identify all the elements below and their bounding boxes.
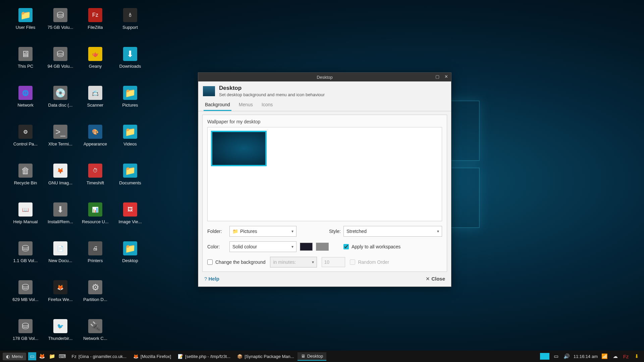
desktop-icon-network[interactable]: 🌐Network (8, 84, 43, 123)
apply-all-checkbox-input[interactable] (343, 244, 349, 249)
style-value: Stretched (346, 229, 367, 234)
desktop-icon-1-1-gb-vol-[interactable]: ⛁1.1 GB Vol... (8, 240, 43, 279)
apply-all-label: Apply to all workspaces (352, 244, 400, 249)
desktop-icon-install-rem-[interactable]: ⬇Install/Rem... (43, 201, 78, 240)
random-order-checkbox: Random Order (350, 259, 389, 265)
dialog-tabs: Background Menus Icons (198, 100, 451, 111)
desktop-icon-new-docu-[interactable]: 📄New Docu... (43, 240, 78, 279)
color-value: Solid colour (232, 244, 257, 249)
close-button[interactable]: ✕ Close (426, 276, 445, 282)
desktop-icon-this-pc[interactable]: 🖥This PC (8, 46, 43, 84)
color-swatch-primary[interactable] (300, 243, 313, 251)
tray-network-icon[interactable]: 📶 (600, 352, 608, 360)
help-button[interactable]: ? Help (204, 276, 219, 282)
taskbar-task[interactable]: 📝[setlite.php - /tmp/fz3t... (174, 352, 234, 361)
desktop-settings-dialog: Desktop ▢ ✕ Desktop Set desktop backgrou… (198, 72, 451, 287)
dialog-titlebar[interactable]: Desktop ▢ ✕ (198, 73, 451, 81)
dialog-subtitle: Set desktop background and menu and icon… (219, 92, 325, 97)
dialog-header: Desktop Set desktop background and menu … (198, 81, 451, 100)
desktop-icon-videos[interactable]: 📁Videos (113, 123, 148, 162)
desktop-icon-xfce-termi-[interactable]: >_Xfce Termi... (43, 123, 78, 162)
desktop-icon-partition-d-[interactable]: ⚙Partition D... (78, 279, 113, 318)
tray-display-icon[interactable]: ▭ (552, 352, 560, 360)
apply-all-workspaces-checkbox[interactable]: Apply to all workspaces (343, 244, 442, 249)
tray-cloud-icon[interactable]: ☁ (611, 352, 619, 360)
show-desktop-button[interactable]: ▭ (28, 352, 36, 360)
desktop-icon-image-vie-[interactable]: 🖼Image Vie... (113, 201, 148, 240)
style-label: Style: (317, 229, 343, 234)
folder-icon: 📁 (232, 229, 238, 234)
desktop-icon-94-gb-volu-[interactable]: ⛁94 GB Volu... (43, 46, 78, 84)
taskbar-task[interactable]: 🦊[Mozilla Firefox] (130, 352, 174, 361)
change-bg-label: Change the background (215, 259, 265, 265)
menu-label: Menu (12, 354, 23, 359)
change-background-checkbox[interactable]: Change the background (207, 259, 265, 265)
desktop-icon-scanner[interactable]: 📇Scanner (78, 84, 113, 123)
taskbar-task[interactable]: Fz[Gina - ginamiller.co.uk... (68, 352, 130, 361)
desktop-icon-control-pa-[interactable]: ⚙Control Pa... (8, 123, 43, 162)
desktop-icon-user-files[interactable]: 📁User Files (8, 7, 43, 46)
folder-label: Folder: (207, 229, 229, 234)
desktop-icon-downloads[interactable]: ⬇Downloads (113, 46, 148, 84)
folder-combo[interactable]: 📁 Pictures (229, 226, 297, 237)
change-bg-checkbox-input[interactable] (207, 259, 213, 265)
help-label: Help (209, 276, 220, 282)
taskbar-task[interactable]: 🖥Desktop (298, 352, 327, 361)
desktop-icon-resource-u-[interactable]: 📊Resource U... (78, 201, 113, 240)
color-mode-combo[interactable]: Solid colour (229, 241, 297, 252)
wallpaper-list[interactable] (207, 127, 442, 221)
close-icon: ✕ (426, 276, 430, 282)
terminal-launcher[interactable]: ⌨ (58, 352, 66, 360)
menu-icon: ◐ (6, 354, 10, 359)
menu-button[interactable]: ◐ Menu (3, 353, 26, 360)
help-icon: ? (204, 276, 207, 282)
desktop-icon-desktop[interactable]: 📁Desktop (113, 240, 148, 279)
desktop-icon-gnu-imag-[interactable]: 🦊GNU Imag... (43, 162, 78, 201)
tab-background[interactable]: Background (204, 100, 231, 111)
interval-unit-combo: in minutes: (270, 257, 317, 267)
color-swatch-secondary[interactable] (316, 243, 329, 251)
desktop-icon-timeshift[interactable]: ⏱Timeshift (78, 162, 113, 201)
interval-unit-value: in minutes: (273, 259, 296, 265)
desktop-icon-geany[interactable]: 🫖Geany (78, 46, 113, 84)
firefox-launcher[interactable]: 🦊 (38, 352, 46, 360)
desktop-icon-printers[interactable]: 🖨Printers (78, 240, 113, 279)
desktop-icon-filezilla[interactable]: FzFileZilla (78, 7, 113, 46)
desktop-icon-recycle-bin[interactable]: 🗑Recycle Bin (8, 162, 43, 201)
taskbar-task[interactable]: 📦[Synaptic Package Man... (234, 352, 297, 361)
window-maximize-button[interactable]: ▢ (434, 73, 441, 80)
desktop-icon (203, 86, 215, 96)
random-label: Random Order (358, 259, 389, 265)
files-launcher[interactable]: 📁 (48, 352, 56, 360)
color-label: Color: (207, 244, 229, 249)
close-label: Close (431, 276, 445, 282)
workspace-indicator[interactable] (540, 353, 549, 360)
taskbar: ◐ Menu ▭ 🦊 📁 ⌨ Fz[Gina - ginamiller.co.u… (0, 351, 644, 362)
folder-value: Pictures (240, 229, 257, 234)
desktop-icon-appearance[interactable]: 🎨Appearance (78, 123, 113, 162)
desktop-icon-629-mb-vol-[interactable]: ⛁629 MB Vol... (8, 279, 43, 318)
desktop-icon-support[interactable]: 🕯Support (113, 7, 148, 46)
dialog-heading: Desktop (219, 85, 325, 92)
random-checkbox-input (350, 259, 355, 265)
desktop-icon-grid: 📁User Files⛁75 GB Volu...FzFileZilla🕯Sup… (8, 7, 148, 357)
clock[interactable]: 11:16:14 am (574, 354, 598, 359)
interval-spinbox: 10 (322, 257, 345, 267)
desktop-icon-help-manual[interactable]: 📖Help Manual (8, 201, 43, 240)
background-panel: Wallpaper for my desktop Folder: 📁 Pictu… (202, 115, 447, 272)
style-combo[interactable]: Stretched (343, 226, 442, 237)
wallpaper-section-label: Wallpaper for my desktop (207, 119, 442, 124)
tab-icons[interactable]: Icons (260, 100, 274, 111)
tab-menus[interactable]: Menus (237, 100, 254, 111)
tray-volume-icon[interactable]: 🔊 (563, 352, 571, 360)
desktop-icon-documents[interactable]: 📁Documents (113, 162, 148, 201)
desktop-icon-firefox-we-[interactable]: 🦊Firefox We... (43, 279, 78, 318)
wallpaper-thumbnail-selected[interactable] (211, 131, 267, 166)
window-close-button[interactable]: ✕ (442, 73, 450, 80)
interval-value: 10 (324, 259, 329, 265)
desktop-icon-data-disc-[interactable]: 💿Data disc (... (43, 84, 78, 123)
desktop-icon-75-gb-volu-[interactable]: ⛁75 GB Volu... (43, 7, 78, 46)
desktop-icon-pictures[interactable]: 📁Pictures (113, 84, 148, 123)
tray-filezilla-icon[interactable]: Fz (622, 352, 630, 360)
tray-updates-icon[interactable]: ⬇ (633, 352, 641, 360)
